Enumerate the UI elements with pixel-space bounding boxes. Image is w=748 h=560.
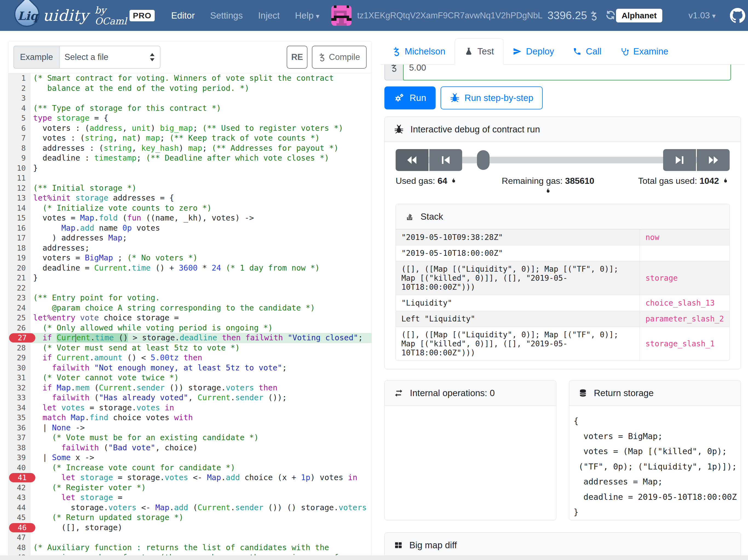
code-line[interactable]: 10} — [8, 163, 372, 173]
line-number-gutter[interactable]: 37 — [8, 433, 30, 443]
github-icon[interactable] — [730, 8, 745, 23]
line-number-gutter[interactable]: 7 — [8, 133, 30, 143]
line-number-gutter[interactable]: 36 — [8, 423, 30, 433]
line-number-gutter[interactable]: 23 — [8, 293, 30, 303]
line-number-gutter[interactable]: 5 — [8, 113, 30, 123]
line-number-gutter[interactable]: 22 — [8, 283, 30, 293]
code-line[interactable]: 14 (* Initialize vote counts to zero *) — [8, 203, 372, 213]
code-line[interactable]: 7 votes : (string, nat) map; (** Keep tr… — [8, 133, 372, 143]
tab-michelson[interactable]: Michelson — [383, 38, 455, 64]
code-line[interactable]: 39 | Some x -> — [8, 453, 372, 463]
line-number-gutter[interactable]: 33 — [8, 393, 30, 403]
line-number-gutter[interactable]: 46 — [8, 523, 30, 533]
code-line[interactable]: 3 — [8, 93, 372, 103]
code-line[interactable]: 22 — [8, 283, 372, 293]
line-number-gutter[interactable]: 12 — [8, 183, 30, 193]
code-line[interactable]: 28 (* Voter must send at least 5tz to vo… — [8, 343, 372, 353]
line-number-gutter[interactable]: 24 — [8, 303, 30, 313]
code-line[interactable]: 48(* Auxiliary function : returns the li… — [8, 543, 372, 553]
line-number-gutter[interactable]: 30 — [8, 363, 30, 373]
code-line[interactable]: 46 ([], storage) — [8, 523, 372, 533]
line-number-gutter[interactable]: 27 — [8, 333, 30, 343]
line-number-gutter[interactable]: 40 — [8, 463, 30, 473]
line-number-gutter[interactable]: 34 — [8, 403, 30, 413]
line-number-gutter[interactable]: 39 — [8, 453, 30, 463]
code-line[interactable]: 8 addresses : (string, key_hash) map; (*… — [8, 143, 372, 153]
line-number-gutter[interactable]: 11 — [8, 173, 30, 183]
line-number-gutter[interactable]: 2 — [8, 83, 30, 94]
nav-item-settings[interactable]: Settings — [210, 10, 242, 21]
line-number-gutter[interactable]: 4 — [8, 103, 30, 114]
code-line[interactable]: 6 voters : (address, unit) big_map; (** … — [8, 123, 372, 133]
step-backward-button[interactable] — [429, 149, 462, 171]
run-step-by-step-button[interactable]: Run step-by-step — [441, 87, 543, 109]
code-line[interactable]: 20 deadline = Current.time () + 3600 * 2… — [8, 263, 372, 273]
code-line[interactable]: 34 let votes = storage.votes in — [8, 403, 372, 413]
liquidity-logo[interactable]: Liq uidity by OCaml PRO — [9, 0, 155, 31]
line-number-gutter[interactable]: 44 — [8, 503, 30, 513]
line-number-gutter[interactable]: 21 — [8, 273, 30, 283]
line-number-gutter[interactable]: 25 — [8, 313, 30, 323]
code-line[interactable]: 5type storage = { — [8, 113, 372, 123]
tab-examine[interactable]: Examine — [611, 38, 678, 64]
debug-slider-handle[interactable] — [477, 150, 490, 170]
code-line[interactable]: 4(** Type of storage for this contract *… — [8, 103, 372, 114]
code-line[interactable]: 13let%init storage addresses = { — [8, 193, 372, 203]
tab-deploy[interactable]: Deploy — [504, 38, 563, 64]
breakpoint-badge[interactable]: 46 — [9, 523, 35, 532]
code-line[interactable]: 41 let storage = storage.votes <- Map.ad… — [8, 473, 372, 483]
code-line[interactable]: 21} — [8, 273, 372, 283]
line-number-gutter[interactable]: 38 — [8, 443, 30, 453]
run-button[interactable]: Run — [384, 87, 436, 109]
line-number-gutter[interactable]: 20 — [8, 263, 30, 273]
breakpoint-badge[interactable]: 27 — [9, 333, 35, 342]
code-line[interactable]: 26 (* Only allowed while voting period i… — [8, 323, 372, 333]
line-number-gutter[interactable]: 17 — [8, 233, 30, 243]
line-number-gutter[interactable]: 18 — [8, 243, 30, 253]
line-number-gutter[interactable]: 3 — [8, 93, 30, 103]
code-line[interactable]: 16 Map.add name 0p votes — [8, 223, 372, 233]
line-number-gutter[interactable]: 41 — [8, 473, 30, 483]
tab-call[interactable]: Call — [563, 38, 611, 64]
code-line[interactable]: 15 votes = Map.fold (fun ((name, _kh), v… — [8, 213, 372, 223]
code-line[interactable]: 47 — [8, 533, 372, 543]
breakpoint-badge[interactable]: 41 — [9, 473, 35, 482]
line-number-gutter[interactable]: 1 — [8, 73, 30, 83]
line-number-gutter[interactable]: 10 — [8, 163, 30, 173]
code-line[interactable]: 12(** Initial storage *) — [8, 183, 372, 193]
tz-address[interactable]: tz1XEKgRQtqV2XamF9CR7avwNq1V2hPDgNbL — [357, 11, 542, 21]
line-number-gutter[interactable]: 16 — [8, 223, 30, 233]
network-badge[interactable]: Alphanet — [616, 9, 662, 22]
line-number-gutter[interactable]: 26 — [8, 323, 30, 333]
code-line[interactable]: 30 failwith "Not enough money, at least … — [8, 363, 372, 373]
compile-button[interactable]: Compile — [312, 46, 367, 69]
code-line[interactable]: 31 (* Voter cannot vote twice *) — [8, 373, 372, 383]
line-number-gutter[interactable]: 13 — [8, 193, 30, 203]
code-line[interactable]: 36 | None -> — [8, 423, 372, 433]
code-line[interactable]: 27 if Current.time () > storage.deadline… — [8, 333, 372, 343]
line-number-gutter[interactable]: 19 — [8, 253, 30, 263]
amount-input[interactable]: 5.00 — [403, 65, 731, 80]
code-line[interactable]: 17 ) addresses Map; — [8, 233, 372, 243]
line-number-gutter[interactable]: 43 — [8, 493, 30, 503]
account-avatar[interactable] — [331, 5, 352, 26]
code-line[interactable]: 11 — [8, 173, 372, 183]
code-line[interactable]: 40 (* Increase vote count for candidate … — [8, 463, 372, 473]
nav-item-help[interactable]: Help▾ — [295, 10, 320, 21]
code-line[interactable]: 18 addresses; — [8, 243, 372, 253]
code-line[interactable]: 38 failwith ("Bad vote", choice) — [8, 443, 372, 453]
line-number-gutter[interactable]: 32 — [8, 383, 30, 393]
page-bottom-scroll-strip[interactable] — [0, 555, 748, 560]
line-number-gutter[interactable]: 9 — [8, 153, 30, 163]
line-number-gutter[interactable]: 29 — [8, 353, 30, 363]
line-number-gutter[interactable]: 6 — [8, 123, 30, 133]
line-number-gutter[interactable]: 47 — [8, 533, 30, 543]
line-number-gutter[interactable]: 14 — [8, 203, 30, 213]
refresh-icon[interactable] — [605, 9, 616, 22]
step-forward-button[interactable] — [663, 149, 696, 171]
nav-item-editor[interactable]: Editor — [171, 10, 195, 21]
code-line[interactable]: 9 deadline : timestamp; (** Deadline aft… — [8, 153, 372, 163]
line-number-gutter[interactable]: 45 — [8, 513, 30, 523]
fast-forward-button[interactable] — [697, 149, 730, 171]
code-line[interactable]: 19 voters = BigMap ; (* No voters *) — [8, 253, 372, 263]
